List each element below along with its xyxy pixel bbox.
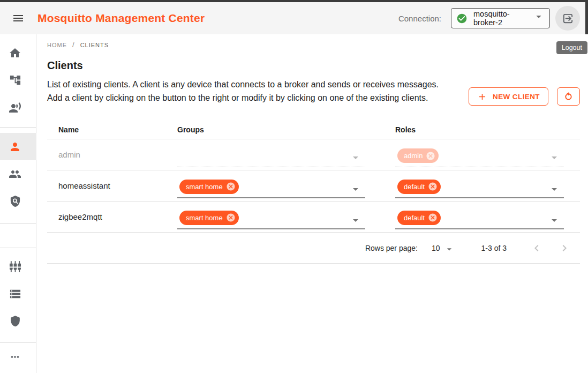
table-row[interactable]: admin admin <box>47 139 580 170</box>
chip-label: default <box>404 183 425 191</box>
app-header: Mosquitto Management Center Connection: … <box>0 2 588 34</box>
sidebar-divider <box>0 127 36 128</box>
sidebar-item-security[interactable] <box>0 308 36 335</box>
groups-select[interactable]: smart home <box>177 207 365 229</box>
new-client-button[interactable]: NEW CLIENT <box>469 87 548 106</box>
chip-label: admin <box>404 152 423 160</box>
sidebar-item-clients[interactable] <box>0 133 36 160</box>
sidebar-item-settings[interactable] <box>0 253 36 280</box>
connections-icon <box>9 101 21 114</box>
sidebar-item-topology[interactable] <box>0 66 36 94</box>
page-description: List of existing clients. A client is an… <box>47 78 444 105</box>
sidebar-item-groups[interactable] <box>0 160 36 188</box>
client-name: homeassistant <box>58 181 110 190</box>
table-header-row: Name Groups Roles <box>47 120 580 139</box>
sidebar-spacer <box>0 224 36 248</box>
sidebar-item-more[interactable] <box>0 343 36 370</box>
logout-tooltip: Logout <box>556 41 587 54</box>
breadcrumb: HOME / CLIENTS <box>47 41 580 49</box>
check-circle-icon <box>456 13 468 24</box>
chip-delete-icon[interactable] <box>226 213 236 222</box>
groups-select[interactable] <box>177 145 365 167</box>
role-chip[interactable]: admin <box>397 148 439 163</box>
sidebar-item-roles[interactable] <box>0 188 36 215</box>
exit-to-app-icon <box>562 12 574 25</box>
groups-select[interactable]: smart home <box>177 176 365 198</box>
settings-sliders-icon <box>9 260 21 273</box>
groups-people-icon <box>9 168 21 181</box>
chevron-down-icon <box>548 151 561 164</box>
logout-button[interactable] <box>555 6 580 31</box>
connection-value: mosquitto-broker-2 <box>473 10 533 27</box>
chip-delete-icon[interactable] <box>426 151 435 161</box>
group-chip[interactable]: smart home <box>179 180 239 194</box>
role-chip[interactable]: default <box>397 180 441 194</box>
roles-select[interactable]: default <box>395 176 564 198</box>
group-chip[interactable]: smart home <box>179 211 239 225</box>
chevron-down-icon <box>349 214 362 227</box>
chevron-down-icon <box>533 11 545 23</box>
chip-delete-icon[interactable] <box>428 182 438 191</box>
pagination-bar: Rows per page: 10 1-3 of 3 <box>47 233 580 264</box>
clients-table: Name Groups Roles admin admin homeass <box>47 120 580 264</box>
role-chips: default <box>395 211 441 225</box>
connection-select[interactable]: mosquitto-broker-2 <box>451 8 550 28</box>
pagination-range: 1-3 of 3 <box>481 244 507 252</box>
plus-icon <box>477 92 487 102</box>
chip-delete-icon[interactable] <box>428 213 438 222</box>
topology-icon <box>9 74 21 86</box>
chip-label: smart home <box>186 214 223 222</box>
home-icon <box>9 47 21 59</box>
app-title: Mosquitto Management Center <box>37 12 205 25</box>
role-chips: default <box>395 180 441 194</box>
table-row[interactable]: homeassistant smart home default <box>47 170 580 202</box>
chevron-down-icon <box>548 214 561 227</box>
client-name: zigbee2mqtt <box>58 212 102 221</box>
chip-delete-icon[interactable] <box>226 182 236 191</box>
chevron-down-icon <box>349 151 362 164</box>
hamburger-menu-icon[interactable] <box>9 9 28 28</box>
previous-page-button[interactable] <box>530 242 543 255</box>
role-chip[interactable]: default <box>397 211 441 225</box>
sidebar-item-connections[interactable] <box>0 94 36 121</box>
refresh-button[interactable] <box>557 87 580 106</box>
breadcrumb-home-link[interactable]: HOME <box>47 42 67 48</box>
chevron-down-icon[interactable] <box>444 244 455 255</box>
chip-label: smart home <box>186 183 223 191</box>
breadcrumb-current: CLIENTS <box>80 42 109 48</box>
top-accent-bar <box>0 0 588 2</box>
roles-select[interactable]: admin <box>395 145 564 167</box>
rows-per-page-select[interactable]: 10 <box>432 244 440 252</box>
chevron-down-icon <box>548 183 561 196</box>
sidebar-divider <box>0 248 36 248</box>
sidebar-item-home[interactable] <box>0 39 36 66</box>
sidebar-item-streams[interactable] <box>0 280 36 308</box>
main-content: HOME / CLIENTS Clients List of existing … <box>47 34 580 264</box>
client-name: admin <box>58 150 80 159</box>
security-shield-check-icon <box>9 315 21 327</box>
role-chips: admin <box>395 148 439 163</box>
rows-per-page-label: Rows per page: <box>365 244 418 252</box>
next-page-button[interactable] <box>558 242 571 255</box>
client-person-icon <box>9 140 21 153</box>
breadcrumb-separator: / <box>72 41 75 49</box>
column-header-roles: Roles <box>384 125 580 134</box>
group-chips: smart home <box>177 211 239 225</box>
table-row[interactable]: zigbee2mqtt smart home default <box>47 202 580 233</box>
more-ellipsis-icon <box>9 351 21 363</box>
page-title: Clients <box>47 59 580 72</box>
sidebar <box>0 34 36 373</box>
chip-label: default <box>404 214 425 222</box>
group-chips: smart home <box>177 180 239 194</box>
chevron-down-icon <box>349 183 362 196</box>
column-header-name: Name <box>47 125 166 134</box>
roles-shield-search-icon <box>9 195 21 207</box>
connection-label: Connection: <box>398 14 441 23</box>
table-body: admin admin homeassistant smart home <box>47 139 580 233</box>
streams-storage-icon <box>9 288 21 300</box>
rotate-left-refresh-icon <box>563 91 574 102</box>
column-header-groups: Groups <box>166 125 384 134</box>
new-client-label: NEW CLIENT <box>493 93 540 101</box>
roles-select[interactable]: default <box>395 207 564 229</box>
header-scrollbar[interactable] <box>585 0 588 34</box>
